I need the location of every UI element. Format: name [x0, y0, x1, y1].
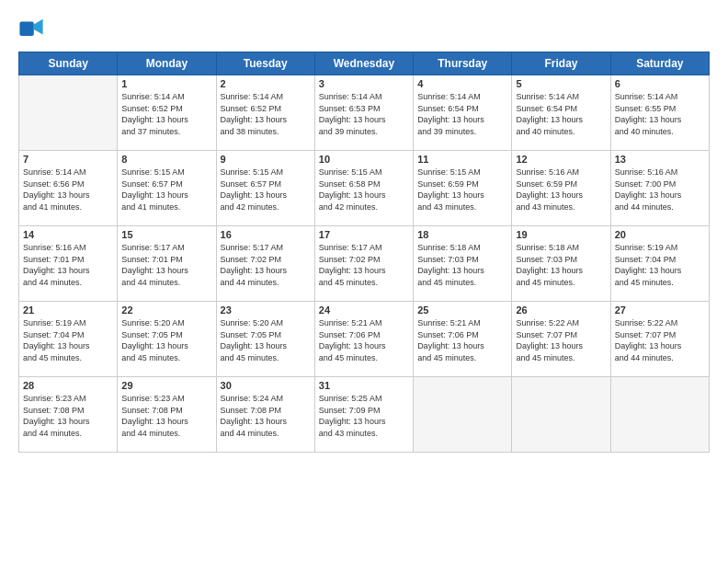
calendar-cell: 30Sunrise: 5:24 AM Sunset: 7:08 PM Dayli… — [216, 377, 314, 453]
day-number: 24 — [319, 304, 409, 316]
day-number: 9 — [221, 154, 311, 165]
calendar-cell: 17Sunrise: 5:17 AM Sunset: 7:02 PM Dayli… — [314, 226, 413, 302]
calendar-cell: 10Sunrise: 5:15 AM Sunset: 6:58 PM Dayli… — [314, 151, 413, 226]
calendar-week-row: 21Sunrise: 5:19 AM Sunset: 7:04 PM Dayli… — [19, 302, 710, 377]
calendar-cell: 8Sunrise: 5:15 AM Sunset: 6:57 PM Daylig… — [118, 151, 216, 226]
cell-info: Sunrise: 5:24 AM Sunset: 7:08 PM Dayligh… — [221, 393, 311, 439]
day-number: 18 — [417, 229, 507, 240]
calendar-cell: 14Sunrise: 5:16 AM Sunset: 7:01 PM Dayli… — [19, 226, 118, 302]
weekday-header: Thursday — [414, 52, 512, 75]
svg-rect-0 — [19, 22, 33, 36]
calendar-cell: 26Sunrise: 5:22 AM Sunset: 7:07 PM Dayli… — [512, 302, 610, 377]
day-number: 12 — [516, 154, 606, 165]
calendar: SundayMondayTuesdayWednesdayThursdayFrid… — [18, 52, 710, 453]
day-number: 1 — [121, 78, 211, 89]
cell-info: Sunrise: 5:16 AM Sunset: 7:00 PM Dayligh… — [615, 167, 705, 213]
calendar-cell — [610, 377, 709, 453]
calendar-cell: 16Sunrise: 5:17 AM Sunset: 7:02 PM Dayli… — [216, 226, 314, 302]
day-number: 7 — [23, 154, 113, 165]
weekday-header-row: SundayMondayTuesdayWednesdayThursdayFrid… — [19, 52, 710, 75]
cell-info: Sunrise: 5:23 AM Sunset: 7:08 PM Dayligh… — [121, 393, 211, 439]
page: SundayMondayTuesdayWednesdayThursdayFrid… — [0, 0, 728, 563]
day-number: 15 — [121, 229, 211, 240]
calendar-cell: 4Sunrise: 5:14 AM Sunset: 6:54 PM Daylig… — [414, 75, 512, 151]
calendar-cell: 2Sunrise: 5:14 AM Sunset: 6:52 PM Daylig… — [216, 75, 314, 151]
weekday-header: Friday — [512, 52, 610, 75]
calendar-cell: 31Sunrise: 5:25 AM Sunset: 7:09 PM Dayli… — [314, 377, 413, 453]
cell-info: Sunrise: 5:17 AM Sunset: 7:01 PM Dayligh… — [121, 242, 211, 288]
calendar-week-row: 28Sunrise: 5:23 AM Sunset: 7:08 PM Dayli… — [19, 377, 710, 453]
cell-info: Sunrise: 5:23 AM Sunset: 7:08 PM Dayligh… — [23, 393, 113, 439]
cell-info: Sunrise: 5:14 AM Sunset: 6:54 PM Dayligh… — [516, 91, 606, 137]
day-number: 22 — [121, 304, 211, 316]
calendar-cell: 5Sunrise: 5:14 AM Sunset: 6:54 PM Daylig… — [512, 75, 610, 151]
calendar-week-row: 1Sunrise: 5:14 AM Sunset: 6:52 PM Daylig… — [19, 75, 710, 151]
calendar-cell: 3Sunrise: 5:14 AM Sunset: 6:53 PM Daylig… — [314, 75, 413, 151]
calendar-cell: 6Sunrise: 5:14 AM Sunset: 6:55 PM Daylig… — [610, 75, 709, 151]
calendar-cell: 23Sunrise: 5:20 AM Sunset: 7:05 PM Dayli… — [216, 302, 314, 377]
calendar-week-row: 7Sunrise: 5:14 AM Sunset: 6:56 PM Daylig… — [19, 151, 710, 226]
calendar-cell: 20Sunrise: 5:19 AM Sunset: 7:04 PM Dayli… — [610, 226, 709, 302]
calendar-cell: 9Sunrise: 5:15 AM Sunset: 6:57 PM Daylig… — [216, 151, 314, 226]
calendar-cell: 29Sunrise: 5:23 AM Sunset: 7:08 PM Dayli… — [118, 377, 216, 453]
day-number: 16 — [221, 229, 311, 240]
calendar-cell: 22Sunrise: 5:20 AM Sunset: 7:05 PM Dayli… — [118, 302, 216, 377]
day-number: 8 — [121, 154, 211, 165]
calendar-cell: 11Sunrise: 5:15 AM Sunset: 6:59 PM Dayli… — [414, 151, 512, 226]
day-number: 17 — [319, 229, 409, 240]
calendar-cell: 25Sunrise: 5:21 AM Sunset: 7:06 PM Dayli… — [414, 302, 512, 377]
cell-info: Sunrise: 5:22 AM Sunset: 7:07 PM Dayligh… — [516, 317, 606, 363]
calendar-cell: 24Sunrise: 5:21 AM Sunset: 7:06 PM Dayli… — [314, 302, 413, 377]
cell-info: Sunrise: 5:19 AM Sunset: 7:04 PM Dayligh… — [615, 242, 705, 288]
logo-icon — [18, 17, 44, 42]
weekday-header: Wednesday — [314, 52, 413, 75]
calendar-cell: 27Sunrise: 5:22 AM Sunset: 7:07 PM Dayli… — [610, 302, 709, 377]
cell-info: Sunrise: 5:15 AM Sunset: 6:58 PM Dayligh… — [319, 167, 409, 213]
calendar-cell: 12Sunrise: 5:16 AM Sunset: 6:59 PM Dayli… — [512, 151, 610, 226]
day-number: 14 — [23, 229, 113, 240]
weekday-header: Sunday — [19, 52, 118, 75]
logo — [18, 17, 48, 42]
cell-info: Sunrise: 5:18 AM Sunset: 7:03 PM Dayligh… — [417, 242, 507, 288]
calendar-cell: 21Sunrise: 5:19 AM Sunset: 7:04 PM Dayli… — [19, 302, 118, 377]
weekday-header: Tuesday — [216, 52, 314, 75]
day-number: 27 — [615, 304, 705, 316]
calendar-cell — [19, 75, 118, 151]
calendar-cell: 19Sunrise: 5:18 AM Sunset: 7:03 PM Dayli… — [512, 226, 610, 302]
day-number: 10 — [319, 154, 409, 165]
calendar-cell: 13Sunrise: 5:16 AM Sunset: 7:00 PM Dayli… — [610, 151, 709, 226]
calendar-cell — [414, 377, 512, 453]
cell-info: Sunrise: 5:17 AM Sunset: 7:02 PM Dayligh… — [319, 242, 409, 288]
calendar-cell: 1Sunrise: 5:14 AM Sunset: 6:52 PM Daylig… — [118, 75, 216, 151]
day-number: 30 — [221, 380, 311, 391]
cell-info: Sunrise: 5:21 AM Sunset: 7:06 PM Dayligh… — [319, 317, 409, 363]
day-number: 25 — [417, 304, 507, 316]
cell-info: Sunrise: 5:19 AM Sunset: 7:04 PM Dayligh… — [23, 317, 113, 363]
calendar-cell — [512, 377, 610, 453]
cell-info: Sunrise: 5:14 AM Sunset: 6:55 PM Dayligh… — [615, 91, 705, 137]
cell-info: Sunrise: 5:16 AM Sunset: 7:01 PM Dayligh… — [23, 242, 113, 288]
day-number: 19 — [516, 229, 606, 240]
cell-info: Sunrise: 5:18 AM Sunset: 7:03 PM Dayligh… — [516, 242, 606, 288]
cell-info: Sunrise: 5:14 AM Sunset: 6:56 PM Dayligh… — [23, 167, 113, 213]
day-number: 11 — [417, 154, 507, 165]
cell-info: Sunrise: 5:14 AM Sunset: 6:53 PM Dayligh… — [319, 91, 409, 137]
header — [18, 17, 710, 42]
day-number: 6 — [615, 78, 705, 89]
day-number: 31 — [319, 380, 409, 391]
cell-info: Sunrise: 5:15 AM Sunset: 6:57 PM Dayligh… — [121, 167, 211, 213]
cell-info: Sunrise: 5:21 AM Sunset: 7:06 PM Dayligh… — [417, 317, 507, 363]
cell-info: Sunrise: 5:17 AM Sunset: 7:02 PM Dayligh… — [221, 242, 311, 288]
cell-info: Sunrise: 5:25 AM Sunset: 7:09 PM Dayligh… — [319, 393, 409, 439]
cell-info: Sunrise: 5:15 AM Sunset: 6:59 PM Dayligh… — [417, 167, 507, 213]
day-number: 21 — [23, 304, 113, 316]
cell-info: Sunrise: 5:14 AM Sunset: 6:54 PM Dayligh… — [417, 91, 507, 137]
day-number: 4 — [417, 78, 507, 89]
day-number: 13 — [615, 154, 705, 165]
weekday-header: Monday — [118, 52, 216, 75]
day-number: 23 — [221, 304, 311, 316]
cell-info: Sunrise: 5:20 AM Sunset: 7:05 PM Dayligh… — [221, 317, 311, 363]
calendar-cell: 28Sunrise: 5:23 AM Sunset: 7:08 PM Dayli… — [19, 377, 118, 453]
day-number: 28 — [23, 380, 113, 391]
cell-info: Sunrise: 5:20 AM Sunset: 7:05 PM Dayligh… — [121, 317, 211, 363]
